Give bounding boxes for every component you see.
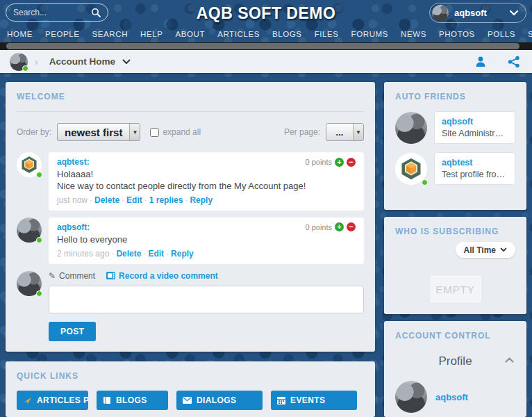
- comment-label: ✎ Comment: [49, 271, 95, 281]
- share-icon[interactable]: [507, 55, 522, 69]
- comment-points: 0 points + −: [305, 222, 356, 231]
- comment-form: ✎ Comment Record a video comment POST: [17, 271, 364, 341]
- comment-text: Holaaaa! Nice way to contact people dire…: [57, 169, 356, 193]
- nav-item-sounds[interactable]: SOUNDS: [528, 30, 532, 38]
- account-profile-item[interactable]: aqbsoft: [395, 381, 515, 413]
- nav-item-about[interactable]: ABOUT: [176, 30, 206, 38]
- divider: [17, 111, 364, 112]
- breadcrumb-bar: › Account Home: [0, 50, 532, 73]
- comment-actions: 2 minutes ago·Delete·Edit·Reply: [57, 249, 356, 259]
- comment-author-link[interactable]: aqbtest:: [57, 157, 90, 167]
- friend-description: Site Administrator: [442, 129, 508, 138]
- commenter-avatar[interactable]: [17, 152, 42, 177]
- nav-item-help[interactable]: HELP: [140, 30, 163, 38]
- friend-card[interactable]: aqbsoft Site Administrator: [434, 111, 515, 144]
- friend-card[interactable]: aqbtest Test profile from A...: [434, 152, 515, 185]
- who-is-subscribing-panel: WHO IS SUBSCRIBING All Time EMPTY: [384, 217, 526, 314]
- premium-icon: [23, 397, 32, 404]
- profile-section-label[interactable]: Profile: [438, 354, 472, 368]
- book-icon: [103, 396, 111, 404]
- comment-actions: just now·Delete·Edit·1 replies·Reply: [57, 195, 356, 205]
- user-avatar: [432, 5, 449, 22]
- friend-item: aqbtest Test profile from A...: [395, 152, 515, 185]
- vote-up-icon[interactable]: +: [335, 158, 344, 167]
- events-button[interactable]: EVENTS: [271, 391, 357, 410]
- replies-link[interactable]: 1 replies: [149, 195, 183, 205]
- vote-up-icon[interactable]: +: [335, 222, 344, 231]
- chevron-up-icon[interactable]: [505, 357, 514, 363]
- delete-link[interactable]: Delete: [94, 195, 119, 205]
- delete-link[interactable]: Delete: [116, 249, 141, 259]
- auto-friends-title: AUTO FRIENDS: [395, 92, 515, 101]
- person-icon[interactable]: [474, 55, 489, 69]
- nav-item-search[interactable]: SEARCH: [92, 30, 128, 38]
- friend-item: aqbsoft Site Administrator: [395, 111, 515, 144]
- nav-scrollbar[interactable]: [0, 42, 532, 50]
- nav-item-people[interactable]: PEOPLE: [45, 30, 80, 38]
- online-dot: [36, 172, 42, 178]
- time-filter-value: All Time: [464, 245, 496, 255]
- friend-avatar[interactable]: [395, 153, 427, 185]
- commenter-avatar[interactable]: [17, 218, 42, 243]
- comment-points: 0 points + −: [305, 158, 356, 167]
- chevron-down-icon[interactable]: [509, 10, 519, 16]
- nav-scrollbar-thumb[interactable]: [6, 43, 519, 49]
- profile-name-link[interactable]: aqbsoft: [435, 392, 468, 402]
- dialogs-button[interactable]: DIALOGS: [176, 391, 263, 410]
- current-user-avatar: [17, 271, 42, 296]
- comment-card: aqbsoft: 0 points + − Hello to everyone …: [49, 218, 364, 264]
- expand-all-label[interactable]: expand all: [163, 127, 201, 137]
- nav-item-photos[interactable]: PHOTOS: [439, 30, 475, 38]
- nav-item-home[interactable]: HOME: [7, 30, 33, 38]
- envelope-icon: [183, 397, 192, 404]
- order-by-value: newest first: [58, 124, 129, 140]
- quick-links-panel: QUICK LINKS ARTICLES PREMIUM BLOGS DIALO…: [6, 361, 375, 417]
- post-button[interactable]: POST: [49, 322, 96, 341]
- time-filter-select[interactable]: All Time: [456, 242, 515, 258]
- breadcrumb-label[interactable]: Account Home: [49, 56, 115, 67]
- welcome-panel: WELCOME Order by: newest first ▼ expand …: [6, 82, 375, 352]
- vote-down-icon[interactable]: −: [347, 222, 356, 231]
- profile-avatar[interactable]: [395, 381, 427, 413]
- order-by-label: Order by:: [17, 127, 51, 137]
- nav-item-files[interactable]: FILES: [315, 30, 339, 38]
- nav-item-polls[interactable]: POLLS: [488, 30, 515, 38]
- record-video-comment-link[interactable]: Record a video comment: [106, 271, 218, 281]
- online-dot: [36, 237, 42, 243]
- online-dot: [22, 65, 28, 72]
- online-dot: [36, 291, 42, 297]
- friend-avatar[interactable]: [395, 112, 427, 144]
- account-control-title: ACCOUNT CONTROL: [395, 331, 515, 341]
- per-page-value: ...: [326, 124, 353, 140]
- expand-all-checkbox[interactable]: [150, 128, 159, 137]
- comment-input[interactable]: [49, 286, 364, 313]
- comment-text: Hello to everyone: [57, 234, 356, 246]
- video-icon: [106, 272, 115, 279]
- account-control-panel: ACCOUNT CONTROL Profile aqbsoft: [384, 321, 526, 417]
- reply-link[interactable]: Reply: [190, 195, 213, 205]
- friend-name-link[interactable]: aqbsoft: [442, 117, 508, 126]
- breadcrumb-avatar[interactable]: [10, 53, 28, 71]
- nav-item-blogs[interactable]: BLOGS: [272, 30, 302, 38]
- nav-item-news[interactable]: NEWS: [401, 30, 426, 38]
- friend-name-link[interactable]: aqbtest: [442, 158, 508, 167]
- nav-item-forums[interactable]: FORUMS: [351, 30, 388, 38]
- comments-controls: Order by: newest first ▼ expand all Per …: [17, 123, 364, 141]
- edit-link[interactable]: Edit: [126, 195, 142, 205]
- edit-link[interactable]: Edit: [148, 249, 164, 259]
- chevron-down-icon[interactable]: [122, 59, 131, 65]
- user-name: aqbsoft: [454, 8, 504, 18]
- nav-item-articles[interactable]: ARTICLES: [217, 30, 260, 38]
- comment-author-link[interactable]: aqbsoft:: [57, 222, 90, 232]
- profile-section-header[interactable]: Profile: [395, 354, 515, 368]
- breadcrumb-chevron-icon: ›: [35, 56, 38, 67]
- blogs-button[interactable]: BLOGS: [97, 391, 168, 410]
- articles-premium-button[interactable]: ARTICLES PREMIUM: [17, 391, 88, 410]
- user-menu[interactable]: aqbsoft: [429, 3, 526, 23]
- order-by-select[interactable]: newest first ▼: [57, 123, 140, 141]
- vote-down-icon[interactable]: −: [347, 158, 356, 167]
- reply-link[interactable]: Reply: [171, 249, 194, 259]
- per-page-label: Per page:: [284, 127, 320, 137]
- per-page-select[interactable]: ... ▼: [326, 123, 364, 141]
- calendar-icon: [277, 396, 285, 404]
